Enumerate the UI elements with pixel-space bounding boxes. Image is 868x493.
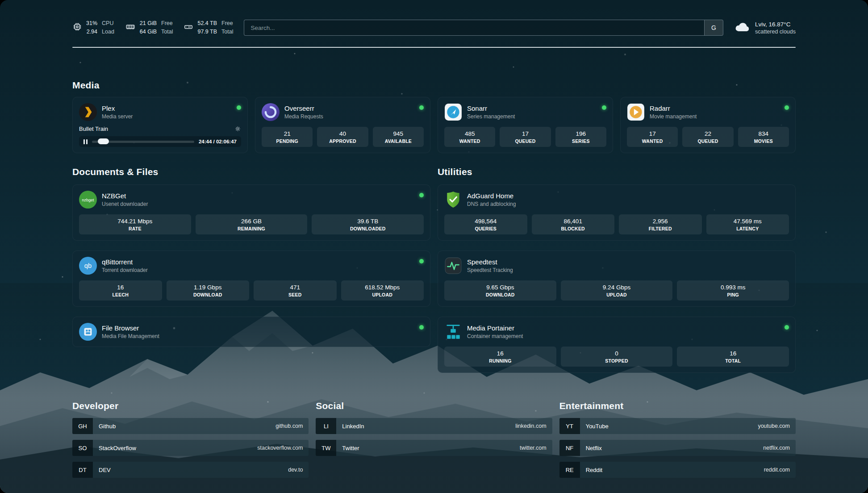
- section-media: Media Plex Media server: [72, 80, 796, 153]
- app-card-nzbget[interactable]: nzbget NZBGet Usenet downloader 744.21 M…: [72, 184, 430, 241]
- ram-metric: 21 GiB 64 GiB Free Total: [125, 19, 173, 36]
- stat-label: QUEUED: [684, 138, 731, 144]
- qbittorrent-icon: qb: [79, 257, 97, 275]
- section-developer: Developer GH Github github.com SO StackO…: [72, 401, 309, 478]
- stat-box: 2,956 FILTERED: [619, 214, 702, 234]
- app-subtitle: Media Requests: [284, 113, 323, 120]
- svg-text:nzbget: nzbget: [82, 198, 94, 202]
- stat-box: 744.21 Mbps RATE: [79, 214, 191, 234]
- bookmark-stackoverflow[interactable]: SO StackOverflow stackoverflow.com: [72, 440, 309, 456]
- section-social: Social LI LinkedIn linkedin.com TW Twitt…: [316, 401, 552, 478]
- stat-box: 618.52 Mbps UPLOAD: [341, 280, 424, 301]
- stat-label: UPLOAD: [343, 292, 422, 297]
- stat-value: 618.52 Mbps: [343, 284, 422, 291]
- bookmark-url: reddit.com: [764, 467, 796, 473]
- gear-icon[interactable]: [234, 125, 241, 132]
- stat-label: DOWNLOAD: [168, 292, 248, 297]
- stat-value: 0.993 ms: [679, 284, 787, 291]
- stat-label: WANTED: [446, 138, 493, 144]
- status-online-dot: [785, 325, 789, 330]
- stat-box: 9.24 Gbps UPLOAD: [561, 280, 673, 301]
- stat-label: RUNNING: [446, 358, 555, 363]
- app-subtitle: Usenet downloader: [102, 201, 148, 208]
- stat-value: 1.19 Gbps: [168, 284, 248, 291]
- stat-box: 0.993 ms PING: [677, 280, 789, 301]
- adguard-icon: [444, 191, 462, 209]
- stat-value: 498,564: [446, 218, 526, 225]
- stat-value: 196: [557, 130, 605, 137]
- bookmark-abbr: NF: [559, 440, 580, 456]
- app-card-filebrowser[interactable]: File Browser Media File Management: [72, 317, 430, 347]
- dashboard-screen: 31% 2.94 CPU Load: [0, 0, 868, 493]
- app-subtitle: Container management: [467, 333, 523, 340]
- filebrowser-icon: [79, 323, 97, 341]
- bookmark-reddit[interactable]: RE Reddit reddit.com: [559, 462, 796, 478]
- app-name: Media Portainer: [467, 324, 523, 333]
- search-engine-button[interactable]: G: [704, 20, 723, 35]
- stat-box: 17 WANTED: [627, 127, 678, 147]
- app-card-qbittorrent[interactable]: qb qBittorrent Torrent downloader 16: [72, 251, 430, 307]
- bookmark-abbr: SO: [72, 440, 93, 456]
- app-subtitle: Media server: [102, 113, 133, 120]
- bookmark-abbr: DT: [72, 462, 93, 478]
- app-subtitle: Series management: [467, 113, 515, 120]
- section-title-entertainment: Entertainment: [559, 401, 796, 411]
- portainer-icon: [444, 323, 462, 341]
- bookmark-abbr: TW: [316, 440, 336, 456]
- playback-progress-slider[interactable]: [92, 141, 194, 143]
- stat-box: 498,564 QUERIES: [444, 214, 527, 234]
- stat-box: 40 APPROVED: [317, 127, 368, 147]
- pause-button[interactable]: [83, 139, 88, 144]
- weather-condition: scattered clouds: [755, 29, 796, 35]
- bookmark-url: stackoverflow.com: [257, 445, 309, 451]
- stat-label: DOWNLOADED: [313, 226, 422, 231]
- now-playing-title: Bullet Train: [79, 125, 108, 132]
- disk-total-label: Total: [221, 28, 233, 36]
- nzbget-icon: nzbget: [79, 191, 97, 209]
- stat-value: 39.6 TB: [313, 218, 422, 225]
- cpu-percent: 31%: [86, 19, 97, 28]
- stat-label: QUEUED: [501, 138, 549, 144]
- bookmark-netflix[interactable]: NF Netflix netflix.com: [559, 440, 796, 456]
- stat-value: 9.65 Gbps: [446, 284, 555, 291]
- app-name: Overseerr: [284, 104, 323, 113]
- app-card-portainer[interactable]: Media Portainer Container management 16 …: [438, 317, 796, 373]
- bookmark-linkedin[interactable]: LI LinkedIn linkedin.com: [316, 418, 552, 434]
- app-card-sonarr[interactable]: Sonarr Series management 485 WANTED 17 Q…: [438, 97, 613, 153]
- stat-value: 47.569 ms: [708, 218, 788, 225]
- stat-box: 47.569 ms LATENCY: [706, 214, 789, 234]
- stat-box: 0 STOPPED: [561, 347, 673, 367]
- stat-value: 22: [684, 130, 731, 137]
- progress-knob[interactable]: [98, 138, 109, 144]
- app-card-adguard[interactable]: AdGuard Home DNS and adblocking 498,564 …: [438, 184, 796, 241]
- stat-value: 266 GB: [197, 218, 306, 225]
- bookmark-github[interactable]: GH Github github.com: [72, 418, 309, 434]
- bookmark-twitter[interactable]: TW Twitter twitter.com: [316, 440, 552, 456]
- stat-value: 834: [740, 130, 787, 137]
- stat-label: SEED: [255, 292, 335, 297]
- bookmark-abbr: YT: [559, 418, 580, 434]
- bookmark-abbr: GH: [72, 418, 93, 434]
- app-card-speedtest[interactable]: Speedtest Speedtest Tracking 9.65 Gbps D…: [438, 251, 796, 307]
- search-input[interactable]: [244, 20, 704, 35]
- app-card-overseerr[interactable]: Overseerr Media Requests 21 PENDING 40 A…: [255, 97, 430, 153]
- app-name: NZBGet: [102, 192, 148, 201]
- playback-time: 24:44 / 02:06:47: [199, 139, 237, 144]
- bookmark-name: Twitter: [336, 445, 359, 451]
- stat-box: 86,401 BLOCKED: [532, 214, 615, 234]
- stat-label: LEECH: [81, 292, 160, 297]
- stat-value: 9.24 Gbps: [563, 284, 671, 291]
- bookmark-name: DEV: [93, 467, 111, 473]
- bookmark-url: github.com: [275, 423, 309, 429]
- stat-value: 17: [629, 130, 676, 137]
- stat-label: TOTAL: [679, 358, 787, 363]
- app-card-radarr[interactable]: Radarr Movie management 17 WANTED 22 QUE…: [620, 97, 796, 153]
- cloud-icon: [734, 21, 750, 35]
- bookmark-dev[interactable]: DT DEV dev.to: [72, 462, 309, 478]
- stat-box: 945 AVAILABLE: [373, 127, 424, 147]
- stat-value: 471: [255, 284, 335, 291]
- status-online-dot: [419, 105, 424, 110]
- bookmark-youtube[interactable]: YT YouTube youtube.com: [559, 418, 796, 434]
- bookmark-name: Reddit: [580, 467, 603, 473]
- app-card-plex[interactable]: Plex Media server Bullet Train: [72, 97, 248, 153]
